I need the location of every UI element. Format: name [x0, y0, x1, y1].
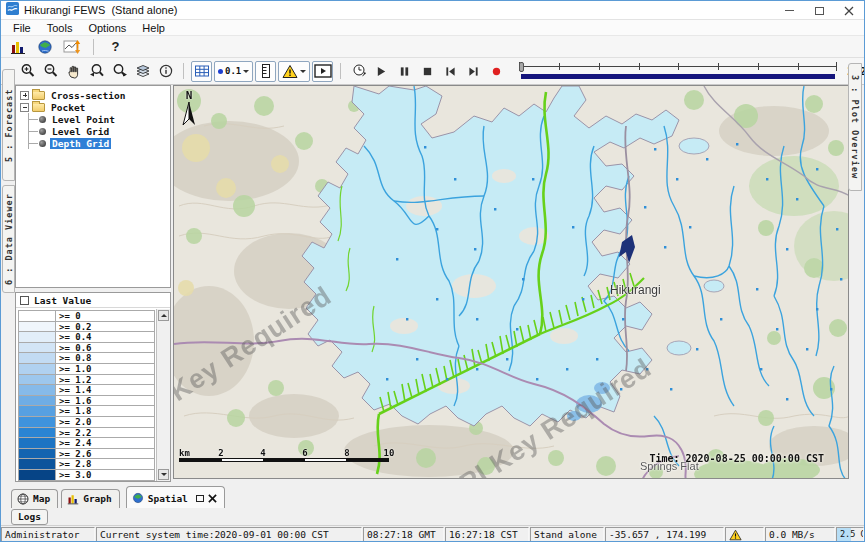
- legend-label: >= 0: [56, 311, 155, 321]
- last-value-checkbox[interactable]: [20, 296, 29, 305]
- scalebar-button[interactable]: [255, 61, 276, 82]
- scale-bar-segments: [179, 458, 389, 462]
- scroll-up-button[interactable]: [158, 310, 169, 321]
- legend-color-swatch: [19, 449, 56, 459]
- legend-label: >= 3.0: [56, 470, 155, 480]
- legend-color-swatch: [19, 470, 56, 480]
- layers-button[interactable]: [132, 61, 153, 82]
- tab-map[interactable]: Map: [11, 489, 58, 508]
- right-dock-strip: 3 : Plot Overview: [848, 63, 863, 195]
- scale-tick: 6: [302, 448, 307, 458]
- zoom-in-button[interactable]: [17, 61, 38, 82]
- first-step-button[interactable]: [440, 61, 461, 82]
- status-warning-cell[interactable]: [725, 527, 764, 542]
- status-coordinates: -35.657 , 174.199: [605, 527, 724, 542]
- pause-button[interactable]: [394, 61, 415, 82]
- zoom-out-button[interactable]: [40, 61, 61, 82]
- animation-settings-button[interactable]: [348, 61, 369, 82]
- status-network-rate: 0.0 MB/s: [765, 527, 835, 542]
- timeseries-button[interactable]: [61, 36, 82, 57]
- stop-button[interactable]: [417, 61, 438, 82]
- tree-item-level-grid[interactable]: Level Grid: [18, 125, 168, 137]
- last-step-button[interactable]: [463, 61, 484, 82]
- status-gmt-time: 08:27:18 GMT: [363, 527, 444, 542]
- map-time-label: Time: 2020-08-25 00:00:00 CST: [649, 453, 824, 464]
- play-button[interactable]: [371, 61, 392, 82]
- tree-item-cross-section[interactable]: Cross-section: [18, 89, 168, 101]
- time-slider-track[interactable]: [519, 60, 837, 72]
- time-slider-handle[interactable]: [519, 62, 524, 72]
- menu-item[interactable]: Tools: [39, 22, 81, 34]
- time-slider[interactable]: [519, 60, 837, 82]
- help-button[interactable]: ?: [105, 36, 126, 57]
- tab-graph[interactable]: Graph: [61, 489, 120, 508]
- menu-item[interactable]: Options: [80, 22, 134, 34]
- undock-button[interactable]: [196, 495, 204, 502]
- close-tab-button[interactable]: [208, 494, 217, 503]
- toolbar-separator: [340, 63, 341, 79]
- legend-color-swatch: [19, 481, 56, 483]
- zoom-in-icon: [20, 63, 36, 79]
- bullet-icon: [39, 116, 46, 123]
- legend-label: >= 1.6: [56, 396, 155, 406]
- collapse-icon[interactable]: [20, 103, 29, 112]
- legend-row: >= 0.4: [19, 332, 155, 343]
- menu-item[interactable]: File: [5, 22, 39, 34]
- tree-item-pocket[interactable]: Pocket: [18, 101, 168, 113]
- place-label-hikurangi: Hikurangi: [610, 283, 661, 297]
- info-button[interactable]: [155, 61, 176, 82]
- close-button[interactable]: [834, 1, 864, 20]
- scroll-down-button[interactable]: [158, 469, 169, 480]
- tree-item-depth-grid[interactable]: Depth Grid: [18, 137, 168, 149]
- legend-row: >= 2.8: [19, 459, 155, 470]
- zoom-previous-button[interactable]: [86, 61, 107, 82]
- tab-spatial[interactable]: Spatial: [126, 486, 225, 508]
- tab-plot-overview[interactable]: 3 : Plot Overview: [848, 63, 862, 191]
- legend-row: >= 3.0: [19, 470, 155, 481]
- skip-start-icon: [445, 66, 456, 77]
- map-globe-icon: [17, 493, 29, 505]
- tree-connector: [28, 113, 39, 125]
- minimize-icon: [785, 10, 794, 11]
- legend-color-swatch: [19, 322, 56, 332]
- map-display-button[interactable]: [34, 36, 55, 57]
- legend-panel: Last Value >= 0 >= 0.2: [15, 292, 171, 482]
- help-icon: ?: [112, 39, 120, 54]
- tab-data-viewer[interactable]: 6 : Data Viewer: [2, 185, 15, 293]
- movie-icon: [314, 64, 332, 78]
- main-toolbar: ?: [1, 36, 864, 58]
- time-slider-range: [521, 74, 835, 79]
- maximize-button[interactable]: [804, 1, 834, 20]
- threshold-dropdown[interactable]: 0.1: [214, 61, 253, 82]
- zoom-next-button[interactable]: [109, 61, 130, 82]
- database-chart-button[interactable]: [7, 36, 28, 57]
- north-label: N: [181, 89, 197, 102]
- maximize-icon: [815, 7, 824, 15]
- legend-color-swatch: [19, 311, 56, 321]
- record-button[interactable]: [486, 61, 507, 82]
- logs-button[interactable]: Logs: [11, 509, 48, 525]
- movie-export-button[interactable]: [312, 61, 333, 82]
- minimize-button[interactable]: [774, 1, 804, 20]
- legend-scrollbar[interactable]: [156, 309, 170, 481]
- ruler-icon: [258, 63, 274, 79]
- grid-display-button[interactable]: [191, 61, 212, 82]
- tree-item-level-point[interactable]: Level Point: [18, 113, 168, 125]
- legend-label: >= 2.0: [56, 417, 155, 427]
- menu-item[interactable]: Help: [134, 22, 173, 34]
- legend-row: >= 1.4: [19, 385, 155, 396]
- legend-row: >= 0.6: [19, 343, 155, 354]
- folder-icon: [32, 91, 45, 100]
- tab-forecast[interactable]: 5 : Forecast: [2, 69, 15, 181]
- app-window: Hikurangi FEWS (Stand alone) FileToolsOp…: [0, 0, 865, 542]
- close-icon: [844, 6, 854, 16]
- threshold-value: 0.1: [225, 66, 241, 76]
- window-title: Hikurangi FEWS (Stand alone): [24, 4, 177, 16]
- scale-tick: 2: [218, 448, 223, 458]
- tab-map-label: Map: [33, 493, 50, 504]
- tab-spatial-label: Spatial: [148, 493, 188, 504]
- pan-button[interactable]: [63, 61, 84, 82]
- warnings-dropdown[interactable]: [278, 61, 310, 82]
- map-canvas[interactable]: API Key Required API Key Required N Hiku…: [173, 85, 849, 479]
- expand-icon[interactable]: [20, 91, 29, 100]
